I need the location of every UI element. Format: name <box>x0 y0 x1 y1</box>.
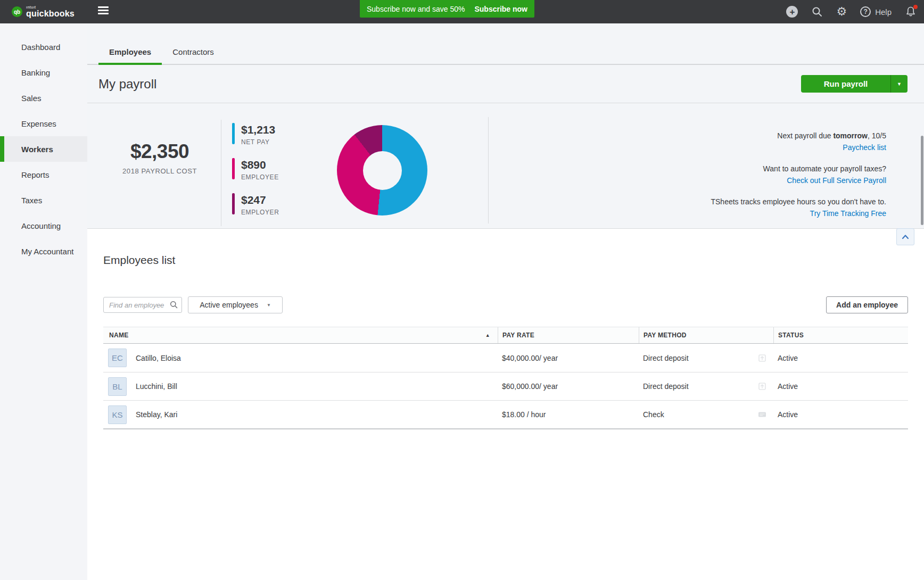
sidebar-item-sales[interactable]: Sales <box>0 85 87 111</box>
sidebar-item-reports[interactable]: Reports <box>0 162 87 187</box>
brand-text: ıntuıt quickbooks <box>26 5 75 18</box>
tab-label: Employees <box>109 47 151 56</box>
status-cell: Active <box>773 410 908 419</box>
tsheets-text: TSheets tracks employee hours so you don… <box>508 196 886 208</box>
column-header-name[interactable]: NAME ▲ <box>103 327 498 343</box>
run-payroll-button[interactable]: Run payroll ▼ <box>801 75 908 93</box>
subscribe-now-button[interactable]: Subscribe now <box>474 5 527 13</box>
next-payroll-text: Next payroll due tomorrow, 10/5 <box>508 130 886 142</box>
table-row[interactable]: KS Steblay, Kari $18.00 / hour Check <box>103 400 908 428</box>
time-tracking-link[interactable]: Try Time Tracking Free <box>810 209 886 218</box>
payroll-donut-chart <box>337 125 427 216</box>
chevron-up-icon <box>901 234 910 240</box>
payroll-total-value: $2,350 <box>98 140 221 163</box>
avatar: BL <box>108 377 127 396</box>
sidebar-item-taxes[interactable]: Taxes <box>0 187 87 213</box>
help-button[interactable]: ? Help <box>860 6 892 17</box>
search-button[interactable] <box>811 6 823 18</box>
add-employee-label: Add an employee <box>836 301 898 309</box>
employee-name[interactable]: Lucchini, Bill <box>136 382 177 391</box>
employee-name[interactable]: Catillo, Eloisa <box>136 354 181 362</box>
stat-value: $247 <box>241 194 279 205</box>
workers-tabs: Employees Contractors <box>87 23 924 65</box>
employees-table-header: NAME ▲ PAY RATE PAY METHOD STATUS <box>103 327 908 344</box>
employees-list-section: Employees list Active employees ▼ <box>87 229 924 580</box>
next-payroll-notice: Next payroll due tomorrow, 10/5 Paycheck… <box>508 130 886 153</box>
help-label: Help <box>875 7 892 16</box>
scrollbar-thumb[interactable] <box>921 136 923 225</box>
help-icon: ? <box>860 6 871 17</box>
quickbooks-app: qb ıntuıt quickbooks Subscribe now and s… <box>0 0 924 580</box>
create-plus-button[interactable]: + <box>786 6 798 18</box>
pay-method-label: Direct deposit <box>643 354 689 362</box>
sidebar-item-dashboard[interactable]: Dashboard <box>0 34 87 60</box>
tab-label: Contractors <box>172 47 214 56</box>
column-label: PAY RATE <box>502 332 534 339</box>
column-header-pay-rate[interactable]: PAY RATE <box>498 327 639 343</box>
sidebar-item-accounting[interactable]: Accounting <box>0 213 87 238</box>
caret-down-icon: ▼ <box>897 81 902 87</box>
sidebar-item-label: Dashboard <box>21 43 60 52</box>
tab-contractors[interactable]: Contractors <box>162 47 225 64</box>
column-header-pay-method[interactable]: PAY METHOD <box>639 327 773 343</box>
tab-employees[interactable]: Employees <box>98 47 162 64</box>
settings-button[interactable]: ⚙ <box>836 6 847 18</box>
employees-table: NAME ▲ PAY RATE PAY METHOD STATUS EC Cat… <box>103 327 908 429</box>
sidebar-item-label: Sales <box>21 94 42 103</box>
stat-employee: $890 EMPLOYEE <box>232 158 279 181</box>
stat-net-pay: $1,213 NET PAY <box>232 123 279 146</box>
paper-check-icon <box>757 410 767 419</box>
quickbooks-logo[interactable]: qb ıntuıt quickbooks <box>12 5 75 18</box>
sidebar-item-expenses[interactable]: Expenses <box>0 111 87 136</box>
status-cell: Active <box>773 382 908 391</box>
search-icon <box>170 301 178 309</box>
stat-color-bar <box>232 158 235 179</box>
sidebar-item-label: Expenses <box>21 119 56 128</box>
page-title: My payroll <box>98 77 156 92</box>
notifications-button[interactable] <box>905 6 917 18</box>
employee-name[interactable]: Steblay, Kari <box>136 410 177 419</box>
status-cell: Active <box>773 354 908 362</box>
sidebar-item-label: Accounting <box>21 221 61 230</box>
sidebar-item-banking[interactable]: Banking <box>0 60 87 85</box>
sidebar-item-label: Banking <box>21 68 50 77</box>
sidebar-item-label: My Accountant <box>21 247 73 256</box>
employee-search <box>103 297 182 313</box>
run-payroll-dropdown[interactable]: ▼ <box>890 75 908 93</box>
employees-list-heading: Employees list <box>103 254 908 267</box>
table-row[interactable]: EC Catillo, Eloisa $40,000.00/ year Dire… <box>103 344 908 372</box>
quickbooks-wordmark: quickbooks <box>26 10 75 18</box>
sidebar-item-my-accountant[interactable]: My Accountant <box>0 238 87 264</box>
avatar: KS <box>108 405 127 424</box>
payroll-total-label: 2018 PAYROLL COST <box>98 167 221 175</box>
topbar-actions: + ⚙ ? Help <box>786 6 917 18</box>
sort-ascending-icon[interactable]: ▲ <box>485 333 498 338</box>
hamburger-menu-icon[interactable] <box>98 6 109 16</box>
stat-label: NET PAY <box>241 138 275 146</box>
paycheck-list-link[interactable]: Paycheck list <box>843 143 886 152</box>
column-label: NAME <box>109 332 129 339</box>
table-row[interactable]: BL Lucchini, Bill $60,000.00/ year Direc… <box>103 372 908 400</box>
tsheets-notice: TSheets tracks employee hours so you don… <box>508 196 886 219</box>
stat-label: EMPLOYEE <box>241 173 279 181</box>
sidebar-nav: Dashboard Banking Sales Expenses Workers… <box>0 23 87 580</box>
sidebar-item-label: Workers <box>21 145 53 154</box>
column-header-status[interactable]: STATUS <box>773 327 908 343</box>
run-payroll-label: Run payroll <box>801 75 890 93</box>
full-service-payroll-link[interactable]: Check out Full Service Payroll <box>787 176 886 185</box>
qb-logo-icon: qb <box>12 6 22 17</box>
pay-method-cell: Direct deposit <box>639 382 773 391</box>
sidebar-item-workers[interactable]: Workers <box>0 136 87 162</box>
notification-dot <box>913 5 918 9</box>
direct-deposit-icon <box>757 382 767 391</box>
pay-rate-cell: $60,000.00/ year <box>498 382 639 391</box>
banner-message: Subscribe now and save 50% <box>367 5 465 13</box>
add-employee-button[interactable]: Add an employee <box>826 296 908 313</box>
pay-method-cell: Check <box>639 410 773 419</box>
divider <box>488 117 489 223</box>
filter-value: Active employees <box>200 301 258 309</box>
subscribe-banner[interactable]: Subscribe now and save 50% Subscribe now <box>360 0 534 18</box>
collapse-summary-button[interactable] <box>896 228 914 245</box>
employee-filter-dropdown[interactable]: Active employees ▼ <box>188 296 283 313</box>
search-icon <box>811 6 823 18</box>
